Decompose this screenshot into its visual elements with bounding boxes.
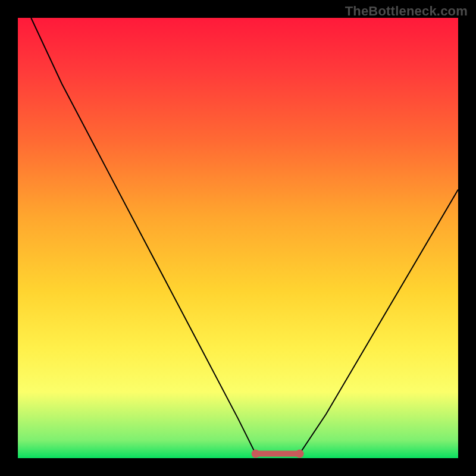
watermark-text: TheBottleneck.com (345, 4, 468, 19)
curve-left (31, 18, 255, 454)
chart-frame: TheBottleneck.com (0, 0, 476, 476)
optimal-end-dot (296, 450, 304, 458)
plot-area (18, 18, 458, 458)
curve-right (300, 190, 458, 454)
curve-svg (18, 18, 458, 458)
optimal-start-dot (252, 450, 260, 458)
